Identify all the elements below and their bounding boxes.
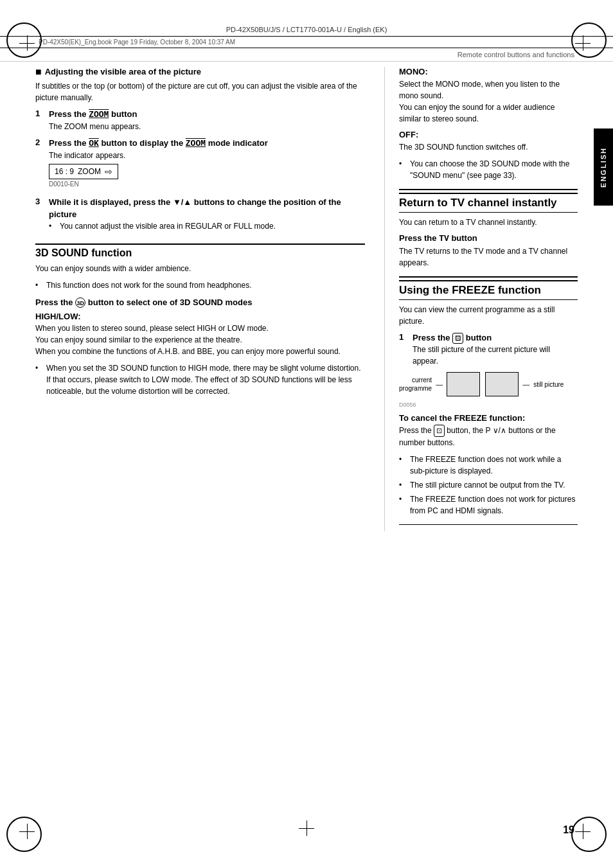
off-text: The 3D SOUND function switches off.	[399, 141, 578, 153]
top-meta: PD-42X50BU/J/S / LCT1770-001A-U / Englis…	[0, 26, 613, 33]
indicator-code: D0010-EN	[49, 181, 365, 188]
zoom-button-label: ZOOM	[89, 110, 109, 120]
reg-mark-bl	[19, 824, 35, 839]
freeze-step-1: 1 Press the ⊡ button The still picture o…	[399, 332, 578, 367]
sound-note2-dot: •	[399, 158, 407, 170]
sound-mode-note: • You can choose the 3D SOUND mode with …	[399, 158, 578, 181]
freeze-step-content: Press the ⊡ button The still picture of …	[413, 332, 578, 367]
sound-mode-note-text: You can choose the 3D SOUND mode with th…	[410, 158, 578, 181]
freeze-bullet-1: • The FREEZE function does not work whil…	[399, 454, 578, 477]
file-line: PD-42X50(EK)_Eng.book Page 19 Friday, Oc…	[0, 36, 613, 48]
high-low-text: When you listen to stereo sound, please …	[35, 323, 365, 357]
return-section-divider: Return to TV channel instantly	[399, 189, 578, 213]
high-low-bullet: • When you set the 3D SOUND function to …	[35, 362, 365, 397]
current-picture-box	[447, 372, 480, 396]
cancel-body: Press the ⊡ button, the P ∨/∧ buttons or…	[399, 425, 578, 448]
sound-note-dot: •	[35, 279, 43, 291]
freeze-button-icon: ⊡	[452, 333, 463, 344]
step-2: 2 Press the OK button to display the ZOO…	[35, 137, 365, 191]
freeze-intro: You can view the current programme as a …	[399, 304, 578, 327]
press-line: Press the 3D button to select one of 3D …	[35, 297, 365, 308]
step-2-content: Press the OK button to display the ZOOM …	[49, 137, 365, 191]
freeze-btn-cancel: ⊡	[434, 425, 445, 437]
return-intro: You can return to a TV channel instantly…	[399, 217, 578, 228]
zoom-label-2: ZOOM	[186, 139, 206, 148]
freeze-title: Using the FREEZE function	[399, 280, 578, 300]
main-content: ■ Adjusting the visible area of the pict…	[0, 67, 613, 531]
freeze-bullet-2-text: The still picture cannot be output from …	[410, 479, 565, 491]
left-column: ■ Adjusting the visible area of the pict…	[35, 67, 385, 531]
mono-text: Select the MONO mode, when you listen to…	[399, 78, 578, 125]
mono-label: MONO:	[399, 67, 578, 76]
diagram-dash-right: —	[522, 380, 529, 388]
high-low-bullet-text: When you set the 3D SOUND function to HI…	[46, 362, 365, 397]
diagram-dash-left: —	[436, 380, 443, 388]
zoom-ratio: 16 : 9	[55, 167, 74, 176]
step-3-bullet-text: You cannot adjust the visible area in RE…	[60, 220, 276, 232]
sound-note-text: This function does not work for the soun…	[46, 279, 252, 291]
bottom-divider	[399, 524, 578, 525]
freeze-bullet-3: • The FREEZE function does not work for …	[399, 493, 578, 517]
freeze-bullet-3-dot: •	[399, 493, 407, 505]
page-number: 19	[563, 824, 574, 836]
sound-note: • This function does not work for the so…	[35, 279, 365, 291]
still-picture-label: still picture	[533, 381, 564, 388]
freeze-bullet-1-dot: •	[399, 454, 407, 465]
3d-button-icon: 3D	[75, 297, 85, 308]
zoom-label: ZOOM	[78, 167, 101, 176]
press-tv-body: The TV returns to the TV mode and a TV c…	[399, 245, 578, 269]
step-1-content: Press the ZOOM button The ZOOM menu appe…	[49, 109, 365, 132]
right-column: MONO: Select the MONO mode, when you lis…	[385, 67, 578, 531]
bullet-dot-3: •	[49, 220, 57, 232]
section-header-text: Remote control buttons and functions	[458, 51, 574, 58]
cancel-freeze-section: To cancel the FREEZE function: Press the…	[399, 413, 578, 448]
adjusting-title: ■ Adjusting the visible area of the pict…	[35, 67, 365, 77]
diagram-code: D0056	[399, 402, 578, 408]
step-1-num: 1	[35, 109, 46, 118]
step-3-bullet: • You cannot adjust the visible area in …	[49, 220, 365, 232]
cancel-title: To cancel the FREEZE function:	[399, 413, 578, 423]
bullet-icon: ■	[35, 67, 42, 77]
step-3-title: While it is displayed, press the ▼/▲ but…	[49, 197, 365, 220]
freeze-bullet-3-text: The FREEZE function does not work for pi…	[410, 493, 578, 517]
off-section: OFF: The 3D SOUND function switches off.	[399, 130, 578, 153]
tv-button-text: TV	[439, 234, 449, 244]
freeze-diagram: currentprogramme — — still picture	[399, 372, 578, 396]
center-crosshair	[299, 820, 314, 836]
adjusting-title-text: Adjusting the visible area of the pictur…	[45, 67, 201, 76]
section-header: Remote control buttons and functions	[0, 48, 613, 62]
mono-section: MONO: Select the MONO mode, when you lis…	[399, 67, 578, 125]
freeze-bullet-1-text: The FREEZE function does not work while …	[410, 454, 578, 477]
freeze-step-num: 1	[399, 332, 409, 342]
step-2-num: 2	[35, 137, 46, 147]
return-title: Return to TV channel instantly	[399, 193, 578, 213]
press-tv-title: Press the TV button	[399, 233, 578, 244]
freeze-bullet-2-dot: •	[399, 479, 407, 491]
zoom-indicator-box: 16 : 9 ZOOM ⇨	[49, 164, 118, 179]
current-programme-label: currentprogramme	[399, 376, 432, 393]
freeze-section-divider: Using the FREEZE function	[399, 276, 578, 300]
step-1: 1 Press the ZOOM button The ZOOM menu ap…	[35, 109, 365, 132]
language-label: ENGLISH	[600, 147, 607, 188]
freeze-step-body: The still picture of the current picture…	[413, 344, 578, 367]
file-date: PD-42X50(EK)_Eng.book Page 19 Friday, Oc…	[39, 39, 235, 46]
sound-intro: You can enjoy sounds with a wider ambien…	[35, 263, 365, 274]
page-container: PD-42X50BU/J/S / LCT1770-001A-U / Englis…	[0, 0, 613, 868]
step-2-body: The indicator appears.	[49, 150, 365, 161]
adjusting-section: ■ Adjusting the visible area of the pict…	[35, 67, 365, 235]
step-3-content: While it is displayed, press the ▼/▲ but…	[49, 197, 365, 234]
high-low-label: HIGH/LOW:	[35, 312, 365, 321]
off-label: OFF:	[399, 130, 578, 139]
english-tab: ENGLISH	[594, 128, 613, 206]
high-low-bullet-dot: •	[35, 362, 43, 374]
reg-mark-br	[575, 824, 591, 839]
adjusting-body: If subtitles or the top (or bottom) of t…	[35, 80, 365, 103]
ok-button-label: OK	[89, 139, 99, 148]
step-1-title: Press the ZOOM button	[49, 109, 365, 121]
step-1-body: The ZOOM menu appears.	[49, 121, 365, 132]
reg-mark-tr	[575, 35, 591, 51]
freeze-step-title: Press the ⊡ button	[413, 332, 578, 344]
freeze-bullet-2: • The still picture cannot be output fro…	[399, 479, 578, 491]
sound-section-divider: 3D SOUND function	[35, 244, 365, 259]
meta-title: PD-42X50BU/J/S / LCT1770-001A-U / Englis…	[226, 26, 387, 33]
